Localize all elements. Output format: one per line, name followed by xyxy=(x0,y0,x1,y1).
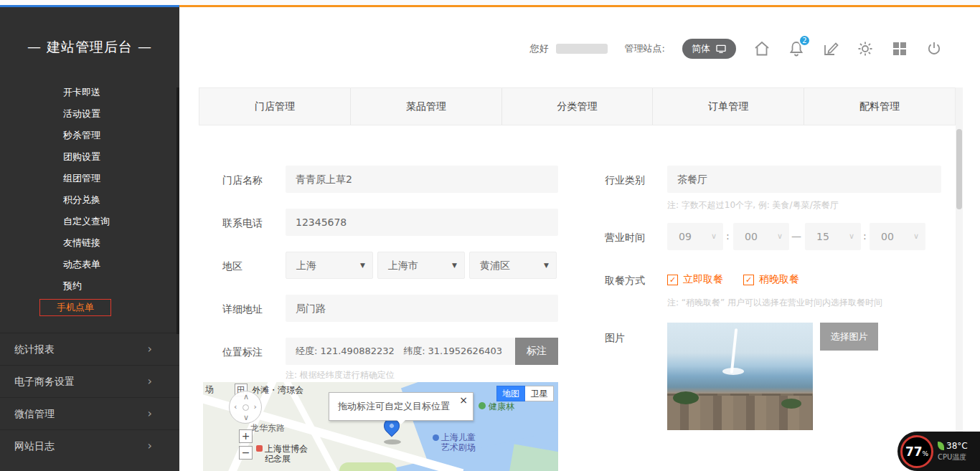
map-widget[interactable]: 场 田 外滩・湾璟会 龙华东路 上海世博会纪念展 上海儿童艺术剧场 健康林 ∧ … xyxy=(203,382,558,471)
chevron-right-icon: › xyxy=(148,398,152,429)
address-input[interactable]: 局门路 xyxy=(286,295,558,322)
hours-separator: — xyxy=(791,230,801,242)
city-select[interactable]: 上海市▼ xyxy=(377,252,465,279)
pickup-label: 取餐方式 xyxy=(605,275,645,287)
map-poi-tree-icon xyxy=(479,402,486,409)
tab-category-manage[interactable]: 分类管理 xyxy=(502,88,654,125)
browser-strip xyxy=(0,0,980,7)
tab-store-manage[interactable]: 门店管理 xyxy=(199,88,351,125)
open-hour-select[interactable]: 09∨ xyxy=(667,223,723,250)
store-name-input[interactable]: 青青原上草2 xyxy=(286,166,558,193)
sidebar-item-booking[interactable]: 预约 xyxy=(0,275,179,297)
cpu-temp-block: 38°C CPU温度 xyxy=(938,441,968,462)
map-pan-control[interactable]: ∧ ∨ ‹ › xyxy=(229,391,262,424)
sidebar-item-forms[interactable]: 动态表单 xyxy=(0,254,179,275)
monitor-icon xyxy=(715,43,727,54)
sidebar-item-teambuild[interactable]: 组团管理 xyxy=(0,168,179,189)
notification-badge: 2 xyxy=(798,34,811,47)
scrollbar-thumb[interactable] xyxy=(956,129,962,209)
map-label-expo: 上海世博会纪念展 xyxy=(265,444,308,464)
pan-left-icon[interactable]: ‹ xyxy=(234,402,237,411)
sidebar-group-ecommerce[interactable]: 电子商务设置› xyxy=(0,365,179,397)
sidebar-item-mobile-order[interactable]: 手机点单 xyxy=(0,297,179,318)
map-type-satellite-button[interactable]: 卫星 xyxy=(525,386,554,401)
chevron-right-icon: › xyxy=(148,333,152,365)
home-icon xyxy=(753,40,771,57)
pickup-now-label[interactable]: 立即取餐 xyxy=(683,273,723,286)
zoom-out-button[interactable]: − xyxy=(239,446,253,460)
sidebar-group-stats[interactable]: 统计报表› xyxy=(0,333,179,365)
photo-fountain-spray xyxy=(722,368,744,375)
map-type-map-button[interactable]: 地图 xyxy=(496,386,525,401)
store-photo-thumbnail[interactable] xyxy=(667,323,813,430)
cpu-monitor-widget[interactable]: 77 % 38°C CPU温度 xyxy=(897,432,980,471)
pan-center-icon[interactable] xyxy=(242,404,249,411)
industry-input[interactable]: 茶餐厅 xyxy=(667,166,941,193)
map-label-partial: 场 xyxy=(205,384,214,394)
map-poi-expo-icon xyxy=(256,445,263,452)
phone-input[interactable]: 12345678 xyxy=(286,209,558,236)
home-button[interactable] xyxy=(753,40,771,57)
cpu-percent: 77 xyxy=(905,444,923,459)
power-icon xyxy=(925,40,943,57)
pickup-now-checkbox[interactable]: ✓ xyxy=(667,275,678,285)
sidebar-title: — 建站管理后台 — xyxy=(0,7,179,87)
apps-button[interactable] xyxy=(891,40,908,57)
sidebar-group-sitelog[interactable]: 网站日志› xyxy=(0,429,179,462)
settings-button[interactable] xyxy=(857,40,874,57)
industry-note: 注: 字数不超过10个字, 例: 美食/粤菜/茶餐厅 xyxy=(667,199,839,211)
close-minute-select[interactable]: 00∨ xyxy=(870,223,925,250)
map-zoom-control: + − xyxy=(239,429,253,462)
hours-colon: : xyxy=(726,230,730,242)
pan-down-icon[interactable]: ∨ xyxy=(243,413,249,422)
industry-label: 行业类别 xyxy=(605,174,645,187)
tooltip-arrow xyxy=(395,419,407,430)
lat-label: 纬度: xyxy=(403,346,425,356)
content-scrollbar[interactable] xyxy=(956,87,963,471)
location-note: 注: 根据经纬度进行精确定位 xyxy=(286,369,395,381)
cpu-percent-sign: % xyxy=(923,450,929,457)
hours-colon: : xyxy=(863,230,867,242)
map-label-road: 龙华东路 xyxy=(250,423,285,433)
sidebar-scrollbar[interactable] xyxy=(176,87,179,334)
pan-up-icon[interactable]: ∧ xyxy=(243,392,249,401)
mark-location-button[interactable]: 标注 xyxy=(515,338,558,365)
map-tooltip: 拖动标注可自定义目标位置 × xyxy=(329,392,473,421)
map-poi-theater-icon xyxy=(433,434,439,441)
pickup-later-label[interactable]: 稍晚取餐 xyxy=(759,273,799,286)
grid-icon xyxy=(891,40,908,57)
address-label: 详细地址 xyxy=(222,303,263,316)
close-icon[interactable]: × xyxy=(459,394,468,406)
region-label: 地区 xyxy=(222,260,242,273)
province-select[interactable]: 上海▼ xyxy=(286,252,373,279)
close-hour-select[interactable]: 15∨ xyxy=(805,223,861,250)
district-select[interactable]: 黄浦区▼ xyxy=(469,252,557,279)
sidebar-item-activity[interactable]: 活动设置 xyxy=(0,103,179,125)
location-input[interactable]: 经度:121.490882232 纬度:31.1952626403 xyxy=(286,338,515,365)
tab-ingredient-manage[interactable]: 配料管理 xyxy=(804,88,955,125)
pickup-later-checkbox[interactable]: ✓ xyxy=(743,275,754,285)
edit-button[interactable] xyxy=(822,40,839,57)
choose-image-button[interactable]: 选择图片 xyxy=(820,323,878,351)
photo-tree xyxy=(781,399,801,409)
sidebar-item-groupbuy[interactable]: 团购设置 xyxy=(0,146,179,168)
sidebar-item-customquery[interactable]: 自定义查询 xyxy=(0,211,179,232)
store-name-label: 门店名称 xyxy=(222,174,263,187)
language-button[interactable]: 简体 xyxy=(682,39,736,59)
sidebar-group-wechat[interactable]: 微信管理› xyxy=(0,397,179,429)
open-minute-select[interactable]: 00∨ xyxy=(733,223,789,250)
greeting-text: 您好 xyxy=(530,42,549,55)
sidebar-groups: 统计报表› 电子商务设置› 微信管理› 网站日志› xyxy=(0,333,179,462)
sidebar-item-seckill[interactable]: 秒杀管理 xyxy=(0,125,179,146)
pan-right-icon[interactable]: › xyxy=(254,402,257,411)
sidebar-item-links[interactable]: 友情链接 xyxy=(0,232,179,254)
sidebar-item-points[interactable]: 积分兑换 xyxy=(0,189,179,211)
tab-dish-manage[interactable]: 菜品管理 xyxy=(351,88,502,125)
zoom-in-button[interactable]: + xyxy=(239,429,253,443)
hours-label: 营业时间 xyxy=(605,232,645,244)
tab-order-manage[interactable]: 订单管理 xyxy=(653,88,804,125)
logout-button[interactable] xyxy=(925,40,943,57)
notifications-button[interactable]: 2 xyxy=(788,40,805,57)
lng-label: 经度: xyxy=(296,346,317,356)
photo-fountain xyxy=(730,328,738,373)
